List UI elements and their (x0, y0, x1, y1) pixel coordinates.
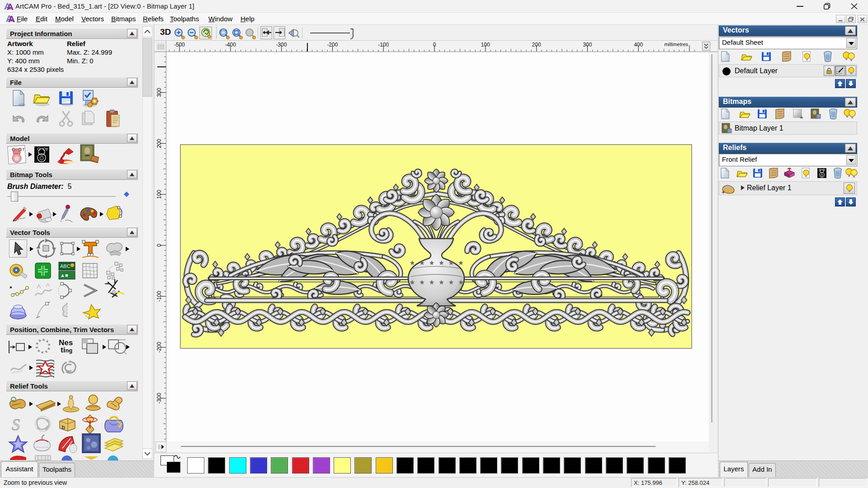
svg-text:a: a (38, 338, 42, 343)
svg-text:a: a (37, 349, 41, 353)
svg-text:-200: -200 (156, 342, 162, 352)
svg-text:-300: -300 (276, 42, 287, 48)
svg-text:100: 100 (481, 42, 490, 48)
svg-text:-100: -100 (378, 42, 389, 48)
svg-text:a: a (47, 347, 51, 351)
svg-text:▲■: ▲■ (60, 272, 68, 278)
svg-text:a: a (34, 346, 39, 349)
svg-text:T: T (22, 147, 25, 152)
svg-text:200: 200 (532, 42, 541, 48)
svg-text:a: a (35, 342, 39, 345)
svg-text:S: S (12, 416, 20, 434)
svg-text:+: + (722, 189, 725, 196)
svg-text:b: b (61, 424, 65, 431)
svg-text:millimetres: millimetres (664, 42, 688, 47)
svg-text:a: a (44, 350, 48, 354)
svg-text:-300: -300 (156, 393, 162, 404)
svg-text:a: a (47, 343, 52, 347)
svg-text:a: a (41, 351, 43, 355)
svg-text:0: 0 (156, 244, 162, 247)
svg-text:T: T (46, 147, 48, 152)
svg-text:a: a (45, 339, 49, 343)
svg-text:ting: ting (61, 346, 72, 354)
svg-text:200: 200 (156, 139, 162, 148)
svg-text:400: 400 (634, 42, 643, 48)
svg-text:0: 0 (433, 42, 436, 48)
svg-text:a: a (42, 338, 45, 342)
svg-text:-100: -100 (156, 291, 162, 301)
svg-text:300: 300 (583, 42, 592, 48)
svg-text:-500: -500 (174, 42, 185, 48)
svg-text:-400: -400 (225, 42, 236, 48)
svg-text:ABC: ABC (60, 263, 71, 269)
svg-text:-200: -200 (327, 42, 338, 48)
svg-text:300: 300 (156, 88, 162, 97)
svg-text:100: 100 (156, 190, 162, 199)
